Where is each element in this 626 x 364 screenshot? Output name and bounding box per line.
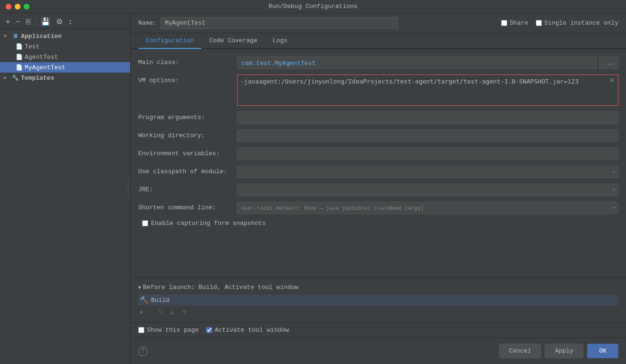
name-header: Name: Share Single instance only bbox=[131, 13, 626, 33]
header-options: Share Single instance only bbox=[501, 19, 618, 27]
settings-config-button[interactable]: ⚙ bbox=[54, 17, 65, 27]
copy-config-button[interactable]: ⎘ bbox=[24, 17, 33, 27]
launch-add-button[interactable]: + bbox=[138, 308, 144, 317]
config-tree: ▼ 🖥 Application 📄 Test 📄 AgentTest 📄 MyA… bbox=[0, 29, 130, 362]
single-instance-checkbox[interactable] bbox=[536, 20, 542, 26]
resize-handle[interactable] bbox=[127, 182, 129, 195]
env-vars-row: Environment variables: bbox=[138, 148, 618, 160]
apply-button[interactable]: Apply bbox=[545, 344, 583, 358]
build-item[interactable]: 🔨 Build bbox=[138, 295, 618, 306]
jre-label: JRE: bbox=[138, 184, 233, 193]
working-dir-input[interactable] bbox=[237, 130, 618, 142]
tab-configuration[interactable]: Configuration bbox=[138, 33, 201, 49]
program-args-field bbox=[237, 112, 618, 124]
shorten-cmd-select-wrapper: user-local default: None — java [options… bbox=[237, 202, 618, 214]
save-config-button[interactable]: 💾 bbox=[39, 17, 52, 27]
activate-window-label: Activate tool window bbox=[215, 327, 289, 334]
title-bar: Run/Debug Configurations bbox=[0, 0, 626, 13]
build-label: Build bbox=[151, 297, 170, 304]
main-container: + − ⎘ 💾 ⚙ ↕ ▼ 🖥 Application 📄 Test 📄 bbox=[0, 13, 626, 364]
tabs-bar: Configuration Code Coverage Logs bbox=[131, 33, 626, 49]
help-button[interactable]: ? bbox=[138, 346, 148, 356]
add-config-button[interactable]: + bbox=[4, 17, 12, 27]
tab-code-coverage[interactable]: Code Coverage bbox=[201, 33, 265, 49]
main-class-browse-button[interactable]: ... bbox=[599, 56, 618, 69]
launch-edit-button[interactable]: ✎ bbox=[157, 308, 165, 317]
before-launch-section: Before launch: Build, Activate tool wind… bbox=[131, 278, 626, 322]
vm-options-row: VM options: -javaagent:/Users/jinyunlong… bbox=[138, 75, 618, 106]
classpath-module-select[interactable] bbox=[237, 166, 618, 178]
activate-window-checkbox[interactable] bbox=[206, 327, 212, 333]
share-option[interactable]: Share bbox=[501, 19, 528, 27]
group-arrow: ▼ bbox=[4, 34, 9, 39]
config-form: Main class: ... VM options: -javaagent:/… bbox=[131, 49, 626, 278]
vm-options-clear-button[interactable]: ✕ bbox=[608, 77, 616, 84]
main-class-field: ... bbox=[237, 56, 618, 69]
jre-row: JRE: ▾ bbox=[138, 184, 618, 196]
shorten-cmd-label: Shorten command line: bbox=[138, 202, 233, 211]
templates-arrow: ▶ bbox=[4, 75, 9, 81]
sidebar-toolbar: + − ⎘ 💾 ⚙ ↕ bbox=[0, 15, 130, 29]
sidebar-item-myagenttest[interactable]: 📄 MyAgentTest bbox=[0, 62, 130, 73]
toolbar-divider bbox=[36, 18, 36, 26]
env-vars-label: Environment variables: bbox=[138, 148, 233, 157]
footer-bar: ? Cancel Apply OK bbox=[131, 337, 626, 364]
traffic-lights bbox=[6, 4, 29, 9]
name-input[interactable] bbox=[161, 17, 398, 29]
share-checkbox[interactable] bbox=[501, 20, 507, 26]
sort-config-button[interactable]: ↕ bbox=[66, 17, 74, 27]
application-group[interactable]: ▼ 🖥 Application bbox=[0, 31, 130, 41]
launch-down-button[interactable]: ▼ bbox=[180, 308, 190, 317]
main-class-input[interactable] bbox=[237, 56, 597, 69]
ok-button[interactable]: OK bbox=[587, 344, 618, 358]
tab-logs[interactable]: Logs bbox=[265, 33, 295, 49]
config-content: Name: Share Single instance only Configu… bbox=[131, 13, 626, 364]
classpath-module-label: Use classpath of module: bbox=[138, 166, 233, 175]
agenttest-icon: 📄 bbox=[15, 53, 23, 61]
application-icon: 🖥 bbox=[11, 32, 19, 40]
maximize-button[interactable] bbox=[24, 4, 29, 9]
single-instance-label: Single instance only bbox=[544, 19, 618, 27]
vm-options-input[interactable]: -javaagent:/Users/jinyunlong/IdeaProject… bbox=[237, 75, 618, 103]
env-vars-input[interactable] bbox=[237, 148, 618, 160]
name-label: Name: bbox=[138, 19, 157, 27]
enable-snapshots-row: Enable capturing form snapshots bbox=[138, 220, 618, 227]
working-dir-label: Working directory: bbox=[138, 130, 233, 139]
jre-field: ▾ bbox=[237, 184, 618, 196]
single-instance-option[interactable]: Single instance only bbox=[536, 19, 618, 27]
enable-snapshots-checkbox[interactable] bbox=[142, 220, 148, 226]
sidebar-item-agenttest[interactable]: 📄 AgentTest bbox=[0, 52, 130, 62]
classpath-module-row: Use classpath of module: ▾ bbox=[138, 166, 618, 178]
jre-select-wrapper: ▾ bbox=[237, 184, 618, 196]
templates-icon: 🔧 bbox=[11, 74, 19, 82]
build-icon: 🔨 bbox=[140, 296, 148, 304]
jre-select[interactable] bbox=[237, 184, 618, 196]
show-page-option[interactable]: Show this page bbox=[138, 327, 199, 334]
remove-config-button[interactable]: − bbox=[14, 17, 22, 27]
program-args-label: Program arguments: bbox=[138, 112, 233, 121]
activate-window-option[interactable]: Activate tool window bbox=[206, 327, 289, 334]
shorten-cmd-select[interactable]: user-local default: None — java [options… bbox=[237, 202, 618, 214]
myagenttest-label: MyAgentTest bbox=[25, 64, 66, 71]
before-launch-header[interactable]: Before launch: Build, Activate tool wind… bbox=[138, 284, 618, 291]
templates-group[interactable]: ▶ 🔧 Templates bbox=[0, 73, 130, 83]
sidebar-item-test[interactable]: 📄 Test bbox=[0, 41, 130, 52]
classpath-module-field: ▾ bbox=[237, 166, 618, 178]
sidebar: + − ⎘ 💾 ⚙ ↕ ▼ 🖥 Application 📄 Test 📄 bbox=[0, 13, 131, 364]
show-page-checkbox[interactable] bbox=[138, 327, 144, 333]
enable-snapshots-label[interactable]: Enable capturing form snapshots bbox=[151, 220, 266, 227]
vm-options-container: -javaagent:/Users/jinyunlong/IdeaProject… bbox=[237, 75, 618, 106]
program-args-input[interactable] bbox=[237, 112, 618, 124]
bottom-options: Show this page Activate tool window bbox=[131, 322, 626, 337]
test-icon: 📄 bbox=[15, 43, 23, 50]
launch-up-button[interactable]: ▲ bbox=[168, 308, 177, 317]
cancel-button[interactable]: Cancel bbox=[499, 344, 541, 358]
minimize-button[interactable] bbox=[15, 4, 20, 9]
vm-options-label: VM options: bbox=[138, 75, 233, 84]
env-vars-field bbox=[237, 148, 618, 160]
launch-remove-button[interactable]: − bbox=[147, 308, 153, 317]
shorten-cmd-row: Shorten command line: user-local default… bbox=[138, 202, 618, 214]
close-button[interactable] bbox=[6, 4, 11, 9]
window-title: Run/Debug Configurations bbox=[268, 3, 357, 10]
main-class-label: Main class: bbox=[138, 56, 233, 66]
